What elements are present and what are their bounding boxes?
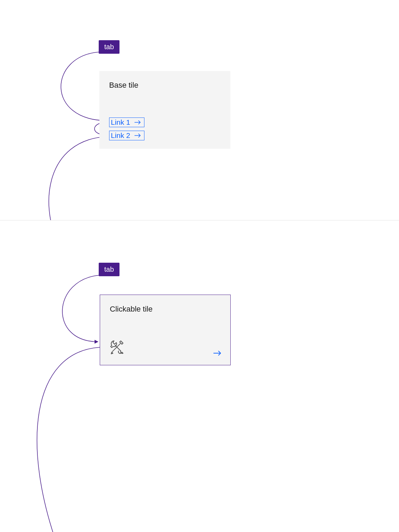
arrow-right-icon (134, 133, 141, 138)
tile-title: Clickable tile (110, 305, 221, 314)
arrow-right-icon (134, 120, 141, 125)
link-1[interactable]: Link 1 (109, 117, 144, 127)
clickable-tile[interactable]: Clickable tile (100, 295, 231, 365)
link-2[interactable]: Link 2 (109, 131, 144, 140)
section-clickable-tile: tab Clickable tile (0, 220, 399, 532)
link-1-label: Link 1 (111, 118, 130, 127)
tile-links: Link 1 Link 2 (109, 117, 144, 140)
link-2-label: Link 2 (111, 131, 130, 140)
tools-icon (108, 339, 126, 357)
tab-badge-b: tab (99, 263, 119, 276)
flow-lines-b (0, 220, 399, 532)
base-tile: Base tile Link 1 Link 2 (99, 71, 230, 149)
tab-label: tab (104, 265, 114, 273)
tile-title: Base tile (109, 81, 221, 90)
tab-label: tab (104, 43, 114, 51)
tab-badge-a: tab (99, 40, 119, 54)
section-base-tile: tab Base tile Link 1 Link 2 (0, 0, 399, 220)
arrow-right-icon (213, 350, 222, 357)
